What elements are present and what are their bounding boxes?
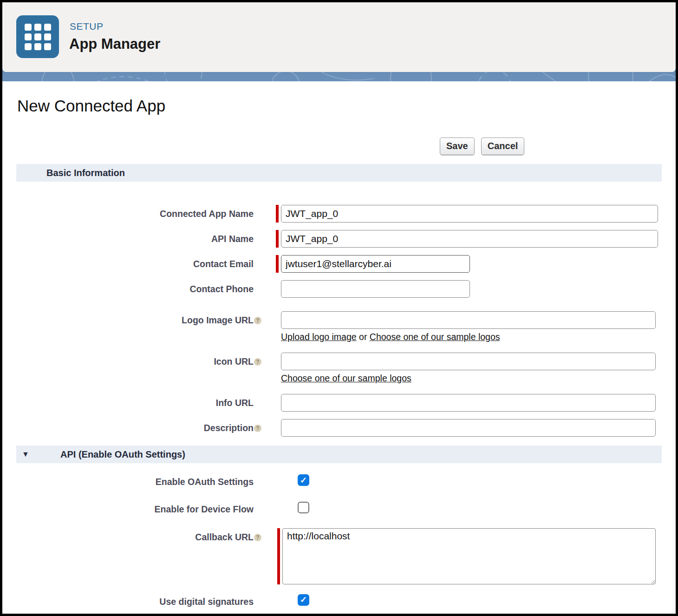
cancel-button[interactable]: Cancel (481, 138, 525, 155)
field-row-info-url: Info URL (2, 394, 676, 412)
field-row-contact-email: Contact Email (2, 255, 676, 273)
callback-url-textarea[interactable]: http://localhost (282, 528, 656, 584)
required-indicator (276, 230, 279, 248)
contact-email-input[interactable] (281, 255, 470, 273)
required-indicator (276, 255, 279, 273)
field-row-description: Description? (2, 419, 676, 437)
contact-email-label: Contact Email (2, 255, 261, 269)
use-digital-signatures-label: Use digital signatures (2, 593, 261, 607)
page-title: New Connected App (17, 97, 676, 115)
check-icon: ✓ (300, 476, 307, 485)
enable-device-flow-label: Enable for Device Flow (2, 500, 261, 514)
use-digital-signatures-checkbox[interactable]: ✓ (298, 594, 309, 606)
screen: SETUP App Manager New Connected App Save (0, 0, 678, 616)
choose-sample-logos-link[interactable]: Choose one of our sample logos (281, 373, 411, 383)
field-row-logo-image-url: Logo Image URL? Upload logo image or Cho… (2, 311, 676, 345)
choose-sample-logos-link[interactable]: Choose one of our sample logos (370, 332, 500, 342)
enable-oauth-label: Enable OAuth Settings (2, 473, 261, 487)
section-header-api-oauth: ▼ API (Enable OAuth Settings) (16, 446, 662, 463)
section-header-basic-information: Basic Information (16, 164, 662, 182)
icon-links: Choose one of our sample logos (281, 373, 656, 384)
app-manager-title: App Manager (69, 36, 160, 52)
required-indicator (277, 528, 280, 584)
check-icon: ✓ (300, 596, 307, 604)
logo-image-url-label: Logo Image URL? (2, 311, 261, 325)
app-manager-grid-icon (16, 15, 59, 58)
required-indicator (276, 205, 279, 223)
field-row-connected-app-name: Connected App Name (2, 205, 676, 223)
logo-links: Upload logo image or Choose one of our s… (281, 332, 656, 342)
link-separator: or (359, 332, 367, 342)
enable-device-flow-checkbox[interactable]: ✓ (298, 502, 309, 513)
field-row-icon-url: Icon URL? Choose one of our sample logos (2, 353, 676, 387)
upload-logo-image-link[interactable]: Upload logo image (281, 332, 357, 342)
main-content: New Connected App Save Cancel Basic Info… (2, 81, 676, 607)
icon-url-label: Icon URL? (2, 353, 261, 367)
collapse-triangle-icon[interactable]: ▼ (22, 450, 32, 459)
callback-url-label: Callback URL? (2, 528, 261, 542)
action-button-row: Save Cancel (440, 138, 676, 155)
oauth-settings-form: Enable OAuth Settings ✓ Enable for Devic… (2, 473, 676, 607)
field-row-callback-url: Callback URL? http://localhost (2, 528, 676, 584)
info-url-input[interactable] (281, 394, 656, 412)
api-name-input[interactable] (281, 230, 658, 248)
basic-information-form: Connected App Name API Name (2, 205, 676, 437)
section-title-api-oauth: API (Enable OAuth Settings) (60, 449, 185, 460)
help-icon[interactable]: ? (254, 317, 261, 324)
field-row-contact-phone: Contact Phone (2, 280, 676, 298)
help-icon[interactable]: ? (254, 534, 261, 541)
section-title-basic-information: Basic Information (46, 168, 125, 178)
contact-phone-label: Contact Phone (2, 280, 261, 294)
connected-app-name-input[interactable] (281, 205, 658, 223)
enable-oauth-checkbox[interactable]: ✓ (298, 474, 309, 486)
description-input[interactable] (281, 419, 656, 437)
field-row-enable-oauth: Enable OAuth Settings ✓ (2, 473, 676, 487)
description-label: Description? (2, 419, 261, 433)
api-name-label: API Name (2, 230, 261, 244)
help-icon[interactable]: ? (254, 425, 261, 432)
field-row-use-digital-signatures: Use digital signatures ✓ (2, 593, 676, 607)
icon-url-input[interactable] (281, 353, 656, 370)
setup-breadcrumb-label: SETUP (70, 21, 104, 32)
field-row-api-name: API Name (2, 230, 676, 248)
contact-phone-input[interactable] (281, 280, 470, 298)
info-url-label: Info URL (2, 394, 261, 408)
grid-icon-cells (25, 24, 51, 50)
setup-header: SETUP App Manager (2, 2, 676, 72)
help-icon[interactable]: ? (254, 358, 261, 366)
field-row-enable-device-flow: Enable for Device Flow ✓ (2, 500, 676, 514)
save-button[interactable]: Save (440, 138, 475, 155)
logo-image-url-input[interactable] (281, 311, 656, 329)
connected-app-name-label: Connected App Name (2, 205, 261, 219)
